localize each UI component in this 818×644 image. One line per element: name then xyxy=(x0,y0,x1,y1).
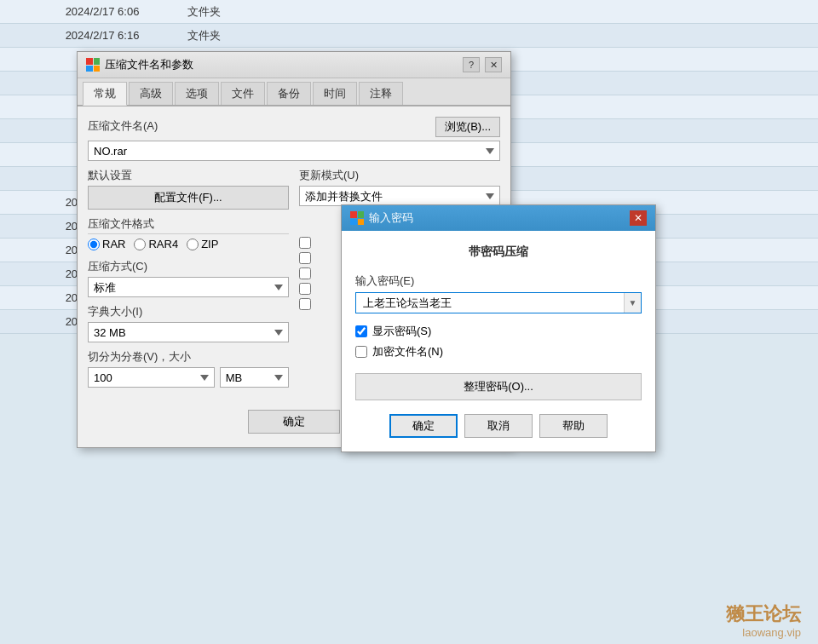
password-input-label: 输入密码(E) xyxy=(355,273,642,289)
bg-row-2: 2024/2/17 6:16 文件夹 xyxy=(0,24,818,48)
tab-time[interactable]: 时间 xyxy=(313,82,357,105)
password-dialog-title: 输入密码 xyxy=(369,210,413,226)
password-close-button[interactable]: ✕ xyxy=(630,210,647,226)
filename-row: 压缩文件名(A) 浏览(B)... NO.rar xyxy=(88,117,500,161)
show-password-checkbox[interactable] xyxy=(355,325,367,337)
manage-password-button[interactable]: 整理密码(O)... xyxy=(355,373,642,400)
update-mode-label: 更新模式(U) xyxy=(299,168,500,183)
password-confirm-button[interactable]: 确定 xyxy=(389,414,458,438)
tab-comment[interactable]: 注释 xyxy=(359,82,403,105)
rar-icon xyxy=(86,58,100,72)
tab-options[interactable]: 选项 xyxy=(175,82,219,105)
password-dialog-body: 带密码压缩 输入密码(E) ▼ 显示密码(S) 加密文件名(N) 整理密码(O)… xyxy=(342,231,655,451)
volume-label: 切分为分卷(V)，大小 xyxy=(88,349,289,365)
encrypt-filename-label: 加密文件名(N) xyxy=(372,344,443,359)
bg-date-2: 2024/2/17 6:16 xyxy=(17,29,187,42)
bg-date-1: 2024/2/17 6:06 xyxy=(17,5,187,18)
password-input[interactable] xyxy=(356,293,624,313)
dict-size-label: 字典大小(I) xyxy=(88,304,289,319)
bg-row-1: 2024/2/17 6:06 文件夹 xyxy=(0,0,818,24)
config-file-button[interactable]: 配置文件(F)... xyxy=(88,186,289,210)
default-settings-col: 默认设置 配置文件(F)... xyxy=(88,168,289,210)
compress-method-row: 压缩方式(C) 标准 xyxy=(88,259,289,297)
tab-backup[interactable]: 备份 xyxy=(267,82,311,105)
show-password-label: 显示密码(S) xyxy=(372,324,431,339)
bg-type-1: 文件夹 xyxy=(187,4,273,20)
encrypt-filename-check[interactable]: 加密文件名(N) xyxy=(355,344,642,359)
password-dialog: 输入密码 ✕ 带密码压缩 输入密码(E) ▼ 显示密码(S) 加密文件名(N) … xyxy=(341,204,656,452)
compress-confirm-button[interactable]: 确定 xyxy=(248,410,340,434)
compress-dialog-title: 压缩文件名和参数 xyxy=(105,57,458,72)
update-mode-col: 更新模式(U) 添加并替换文件 xyxy=(299,168,500,210)
password-cancel-button[interactable]: 取消 xyxy=(464,414,533,438)
compress-close-button[interactable]: ✕ xyxy=(485,57,502,72)
tab-files[interactable]: 文件 xyxy=(221,82,265,105)
format-heading: 压缩文件格式 xyxy=(88,216,289,234)
password-dialog-titlebar: 输入密码 ✕ xyxy=(342,205,655,231)
default-settings-label: 默认设置 xyxy=(88,168,289,183)
password-btn-row: 确定 取消 帮助 xyxy=(355,414,642,438)
filename-label: 压缩文件名(A) xyxy=(88,118,158,134)
watermark-main: 獭王论坛 xyxy=(726,601,801,627)
volume-unit-select[interactable]: MB xyxy=(220,367,289,388)
volume-value-select[interactable]: 100 xyxy=(88,367,215,388)
watermark-sub: laowang.vip xyxy=(742,626,801,639)
compress-tabs: 常规 高级 选项 文件 备份 时间 注释 xyxy=(78,78,510,106)
encrypt-filename-checkbox[interactable] xyxy=(355,346,367,358)
compress-help-button[interactable]: ? xyxy=(463,57,480,72)
tab-advanced[interactable]: 高级 xyxy=(129,82,173,105)
format-col: 压缩文件格式 RAR RAR4 ZIP 压缩方式(C) xyxy=(88,216,289,394)
radio-zip-input[interactable] xyxy=(187,239,199,250)
pwd-rar-icon xyxy=(350,211,364,225)
dict-size-select[interactable]: 32 MB xyxy=(88,322,289,342)
radio-rar[interactable]: RAR xyxy=(88,238,125,250)
format-group: RAR RAR4 ZIP xyxy=(88,238,289,250)
settings-row: 默认设置 配置文件(F)... 更新模式(U) 添加并替换文件 xyxy=(88,168,500,210)
password-center-title: 带密码压缩 xyxy=(355,244,642,260)
password-input-row: ▼ xyxy=(355,292,642,313)
bg-type-2: 文件夹 xyxy=(187,28,273,43)
password-checks: 显示密码(S) 加密文件名(N) xyxy=(355,324,642,359)
compress-method-select[interactable]: 标准 xyxy=(88,277,289,297)
volume-split-row: 100 MB xyxy=(88,367,289,388)
filename-select[interactable]: NO.rar xyxy=(88,141,500,161)
compress-method-label: 压缩方式(C) xyxy=(88,259,289,274)
radio-rar-input[interactable] xyxy=(88,239,100,250)
browse-button[interactable]: 浏览(B)... xyxy=(435,117,500,137)
radio-zip[interactable]: ZIP xyxy=(187,238,218,250)
show-password-check[interactable]: 显示密码(S) xyxy=(355,324,642,339)
compress-dialog-titlebar: 压缩文件名和参数 ? ✕ xyxy=(78,52,510,78)
password-dropdown-arrow[interactable]: ▼ xyxy=(624,293,641,313)
dict-size-row: 字典大小(I) 32 MB xyxy=(88,304,289,342)
tab-normal[interactable]: 常规 xyxy=(83,82,127,106)
password-help-button[interactable]: 帮助 xyxy=(539,414,608,438)
volume-row: 切分为分卷(V)，大小 100 MB xyxy=(88,349,289,388)
update-mode-select[interactable]: 添加并替换文件 xyxy=(299,186,500,206)
radio-rar4[interactable]: RAR4 xyxy=(134,238,178,250)
radio-rar4-input[interactable] xyxy=(134,239,146,250)
